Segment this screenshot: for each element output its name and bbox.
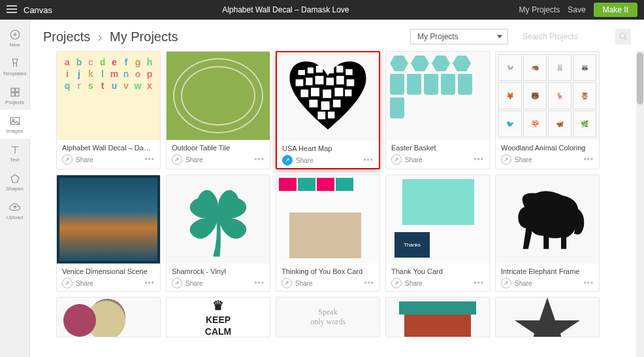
svg-rect-14	[346, 69, 352, 75]
project-thumbnail	[167, 52, 270, 140]
tool-templates[interactable]: Templates	[0, 52, 30, 81]
search-button[interactable]	[615, 29, 631, 44]
project-card[interactable]: Easter Basket ↗ Share •••	[385, 51, 490, 169]
my-projects-link[interactable]: My Projects	[519, 5, 560, 14]
project-card[interactable]: Thinking of You Box Card ↗ Share •••	[276, 175, 380, 292]
more-options-icon[interactable]: •••	[583, 279, 594, 288]
tool-upload[interactable]: Upload	[0, 196, 30, 225]
svg-rect-24	[334, 88, 343, 96]
more-options-icon[interactable]: •••	[364, 279, 374, 288]
svg-rect-22	[311, 88, 319, 96]
share-label: Share	[515, 280, 532, 287]
svg-rect-25	[345, 89, 351, 95]
share-icon: ↗	[501, 278, 511, 288]
project-card[interactable]: ♛KEEPCALM	[166, 297, 270, 337]
share-icon: ↗	[172, 154, 182, 165]
project-card[interactable]: Thanks Thank You Card ↗ Share •••	[385, 175, 490, 292]
make-it-button[interactable]: Make It	[594, 3, 637, 17]
breadcrumb-current: My Projects	[110, 29, 178, 44]
share-label: Share	[185, 156, 203, 163]
project-card[interactable]: Venice Dimensional Scene ↗ Share •••	[56, 175, 161, 292]
share-link[interactable]: ↗ Share	[172, 278, 203, 288]
more-options-icon[interactable]: •••	[363, 156, 374, 165]
more-options-icon[interactable]: •••	[474, 279, 484, 288]
svg-rect-23	[323, 89, 331, 97]
project-card[interactable]: Intricate Elephant Frame ↗ Share •••	[495, 175, 600, 292]
svg-rect-3	[11, 92, 14, 95]
project-thumbnail: 🐿🦔🐰🦝🦊🐻🦌🦉🐦🍄🦋🌿	[496, 52, 599, 140]
project-card[interactable]: 🐿🦔🐰🦝🦊🐻🦌🦉🐦🍄🦋🌿 Woodland Animal Coloring ↗ …	[495, 51, 600, 169]
tool-shapes[interactable]: Shapes	[0, 167, 30, 196]
projects-filter-dropdown[interactable]: My Projects	[410, 29, 508, 44]
tool-projects[interactable]: Projects	[0, 81, 30, 110]
canvas-label[interactable]: Canvas	[24, 5, 52, 15]
project-thumbnail: Thanks	[386, 175, 489, 264]
project-thumbnail	[57, 298, 160, 337]
scrollbar-thumb[interactable]	[637, 52, 643, 105]
share-link[interactable]: ↗ Share	[172, 154, 203, 165]
project-thumbnail	[496, 175, 599, 264]
project-thumbnail	[496, 298, 599, 337]
share-link[interactable]: ↗ Share	[391, 154, 423, 165]
project-card[interactable]	[385, 297, 490, 337]
more-options-icon[interactable]: •••	[254, 155, 265, 164]
svg-rect-17	[315, 76, 324, 84]
breadcrumb: Projects › My Projects	[43, 29, 402, 44]
share-link[interactable]: ↗ Share	[501, 154, 532, 165]
breadcrumb-root[interactable]: Projects	[43, 29, 90, 44]
svg-rect-9	[298, 70, 305, 75]
project-card[interactable]: Speakonly words	[276, 297, 380, 337]
scrollbar[interactable]	[636, 51, 644, 357]
share-link[interactable]: ↗ Share	[62, 278, 93, 288]
share-icon: ↗	[501, 154, 511, 165]
project-thumbnail	[57, 175, 160, 264]
project-title: Thinking of You Box Card	[282, 267, 374, 275]
save-link[interactable]: Save	[568, 5, 585, 14]
project-card[interactable]: Outdoor Table Tile ↗ Share •••	[166, 51, 270, 169]
tool-images[interactable]: Images	[0, 110, 30, 139]
share-link[interactable]: ↗ Share	[501, 278, 532, 288]
svg-marker-31	[515, 298, 580, 337]
share-link[interactable]: ↗ Share	[282, 155, 314, 165]
share-icon: ↗	[282, 155, 293, 165]
project-card[interactable]: abcdefghijklmnopqrstuvwx Alphabet Wall D…	[56, 51, 161, 169]
project-card[interactable]: USA Heart Map ↗ Share •••	[276, 51, 380, 169]
svg-rect-20	[347, 79, 355, 86]
more-options-icon[interactable]: •••	[474, 155, 484, 164]
left-toolbar: New Templates Projects Images Text Shape…	[0, 20, 30, 357]
more-options-icon[interactable]: •••	[254, 279, 265, 288]
svg-marker-7	[11, 175, 19, 182]
more-options-icon[interactable]: •••	[144, 155, 155, 164]
projects-grid: abcdefghijklmnopqrstuvwx Alphabet Wall D…	[56, 51, 637, 292]
svg-rect-12	[326, 67, 334, 73]
share-icon: ↗	[172, 278, 182, 288]
share-link[interactable]: ↗ Share	[62, 154, 93, 165]
project-thumbnail	[386, 52, 489, 140]
share-link[interactable]: ↗ Share	[391, 278, 423, 288]
share-icon: ↗	[62, 278, 72, 288]
project-card[interactable]	[495, 297, 600, 337]
svg-rect-28	[333, 99, 341, 107]
tool-new[interactable]: New	[0, 24, 30, 52]
more-options-icon[interactable]: •••	[583, 155, 594, 164]
svg-rect-11	[316, 65, 323, 72]
share-link[interactable]: ↗ Share	[282, 278, 313, 288]
project-thumbnail: Speakonly words	[276, 298, 379, 337]
hamburger-icon[interactable]	[7, 5, 17, 15]
tool-text[interactable]: Text	[0, 139, 30, 167]
share-label: Share	[405, 156, 423, 163]
search-input[interactable]: Search Projects	[516, 29, 607, 44]
project-card[interactable]: Shamrock - Vinyl ↗ Share •••	[166, 175, 270, 292]
project-title: Alphabet Wall Decal – Damask	[62, 144, 155, 152]
projects-grid-partial: ♛KEEPCALMSpeakonly words	[56, 297, 637, 337]
svg-rect-29	[317, 111, 325, 119]
share-icon: ↗	[282, 278, 292, 288]
project-title: Thank You Card	[391, 267, 484, 275]
project-thumbnail: abcdefghijklmnopqrstuvwx	[57, 52, 160, 140]
share-label: Share	[295, 280, 313, 287]
project-title: Easter Basket	[391, 144, 484, 152]
more-options-icon[interactable]: •••	[144, 279, 155, 288]
svg-rect-19	[336, 76, 344, 84]
project-card[interactable]	[56, 297, 161, 337]
project-thumbnail	[276, 175, 379, 264]
